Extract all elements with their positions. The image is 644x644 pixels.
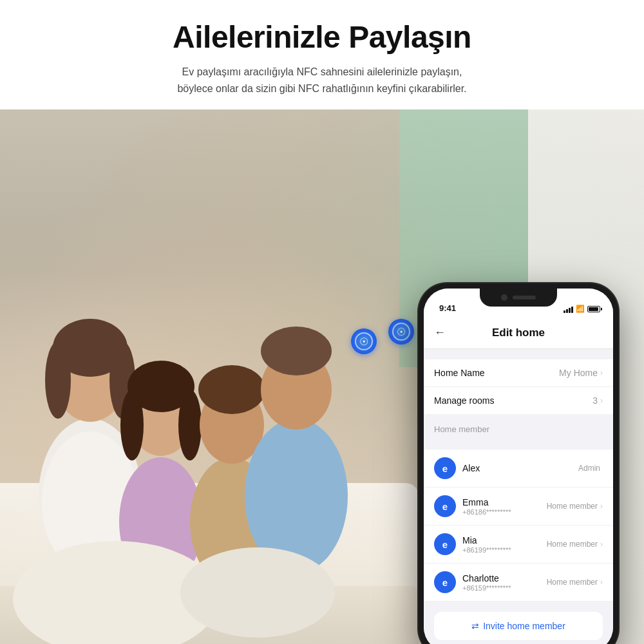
header-section: Ailelerinizle Paylaşın Ev paylaşımı arac…	[0, 0, 644, 109]
member-avatar-alex: e	[434, 457, 456, 479]
wifi-icon: 📶	[576, 305, 585, 313]
signal-bar-4	[571, 307, 573, 313]
member-role-charlotte: Home member	[547, 578, 598, 587]
scene-container: ☉ ☉ 9:41 📶	[0, 109, 644, 644]
signal-bars-icon	[564, 305, 573, 313]
member-role-emma: Home member	[547, 502, 598, 511]
nfc-tag-2: ☉	[388, 319, 414, 345]
share-icon: ⇄	[471, 621, 479, 631]
main-title: Ailelerinizle Paylaşın	[52, 19, 592, 55]
phone-mockup: 9:41 📶	[419, 283, 618, 644]
person-laps	[0, 535, 386, 644]
member-phone-mia: +86199*********	[462, 546, 547, 554]
battery-container	[587, 306, 600, 312]
app-content: Home Name My Home › Manage rooms 3 › Hom…	[424, 349, 613, 644]
manage-rooms-label: Manage rooms	[434, 395, 592, 406]
back-button[interactable]: ←	[434, 326, 446, 339]
member-row-alex[interactable]: e Alex Admin	[424, 450, 613, 488]
member-phone-charlotte: +86159*********	[462, 584, 547, 592]
members-list: e Alex Admin e Emma +86186********* H	[424, 450, 613, 601]
svg-point-18	[180, 547, 335, 638]
manage-rooms-row[interactable]: Manage rooms 3 ›	[424, 387, 613, 414]
nav-title: Edit home	[492, 327, 545, 339]
member-chevron-mia: ›	[600, 540, 603, 549]
nfc-tag-1: ☉	[351, 328, 377, 354]
signal-bar-1	[564, 310, 565, 313]
home-name-label: Home Name	[434, 368, 559, 378]
manage-rooms-chevron: ›	[600, 396, 603, 405]
invite-label: Invite home member	[483, 621, 565, 631]
member-avatar-mia: e	[434, 533, 456, 555]
manage-rooms-value: 3	[592, 395, 598, 406]
phone-notch	[480, 289, 557, 307]
member-name-emma: Emma	[462, 497, 547, 507]
svg-point-16	[261, 327, 332, 375]
member-role-mia: Home member	[547, 540, 598, 549]
member-chevron-charlotte: ›	[600, 578, 603, 587]
svg-point-3	[45, 341, 71, 419]
member-info-charlotte: Charlotte +86159*********	[462, 573, 547, 592]
member-info-emma: Emma +86186*********	[462, 497, 547, 516]
members-section-header: Home member	[424, 414, 613, 439]
subtitle: Ev paylaşımı aracılığıyla NFC sahnesini …	[52, 64, 592, 97]
home-name-value: My Home	[559, 368, 598, 378]
member-name-charlotte: Charlotte	[462, 573, 547, 583]
svg-point-9	[120, 390, 144, 460]
member-phone-emma: +86186*********	[462, 508, 547, 516]
status-icons: 📶	[564, 305, 600, 313]
member-row-charlotte[interactable]: e Charlotte +86159********* Home member …	[424, 564, 613, 601]
home-name-row[interactable]: Home Name My Home ›	[424, 359, 613, 387]
member-info-mia: Mia +86199*********	[462, 535, 547, 554]
member-row-mia[interactable]: e Mia +86199********* Home member ›	[424, 526, 613, 564]
phone-screen: 9:41 📶	[424, 289, 613, 644]
signal-bar-2	[566, 309, 568, 313]
signal-bar-3	[569, 308, 571, 313]
member-avatar-charlotte: e	[434, 571, 456, 593]
member-name-alex: Alex	[462, 463, 578, 473]
status-time: 9:41	[437, 303, 456, 313]
member-avatar-emma: e	[434, 495, 456, 517]
member-role-alex: Admin	[578, 464, 600, 473]
member-info-alex: Alex	[462, 463, 578, 473]
home-name-chevron: ›	[600, 368, 603, 377]
member-row-emma[interactable]: e Emma +86186********* Home member ›	[424, 488, 613, 526]
member-chevron-emma: ›	[600, 502, 603, 511]
invite-home-member-button[interactable]: ⇄ Invite home member	[434, 612, 603, 640]
app-navbar: ← Edit home	[424, 317, 613, 349]
battery-icon	[587, 306, 600, 312]
member-name-mia: Mia	[462, 535, 547, 545]
settings-list: Home Name My Home › Manage rooms 3 ›	[424, 359, 613, 414]
